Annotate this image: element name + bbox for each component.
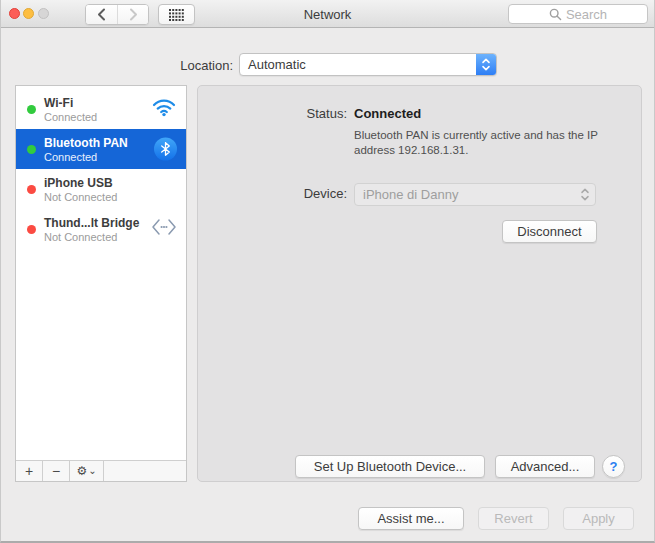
apply-button[interactable]: Apply bbox=[563, 507, 634, 530]
device-select[interactable]: iPhone di Danny bbox=[354, 183, 596, 206]
bluetooth-icon bbox=[154, 138, 177, 161]
sidebar-toolbar: + − ⚙⌄ bbox=[16, 460, 186, 481]
interface-list: Wi-Fi Connected Bluetooth PAN Connec bbox=[15, 85, 187, 482]
advanced-button[interactable]: Advanced... bbox=[495, 455, 595, 478]
interface-status: Connected bbox=[44, 151, 128, 163]
stepper-icon bbox=[476, 54, 496, 75]
search-placeholder: Search bbox=[566, 7, 607, 22]
device-label: Device: bbox=[198, 186, 347, 201]
interface-status: Not Connected bbox=[44, 191, 117, 203]
status-dot-not-connected bbox=[27, 185, 36, 194]
interface-name: Bluetooth PAN bbox=[44, 136, 128, 150]
help-button[interactable]: ? bbox=[602, 455, 625, 478]
interface-row-bluetooth-pan[interactable]: Bluetooth PAN Connected bbox=[16, 129, 186, 169]
status-description: Bluetooth PAN is currently active and ha… bbox=[354, 128, 616, 158]
add-interface-button[interactable]: + bbox=[16, 461, 43, 481]
interface-row-iphone-usb[interactable]: iPhone USB Not Connected bbox=[16, 169, 186, 209]
interface-name: iPhone USB bbox=[44, 176, 117, 190]
actions-menu-button[interactable]: ⚙⌄ bbox=[70, 461, 104, 481]
disconnect-button[interactable]: Disconnect bbox=[502, 220, 597, 243]
remove-interface-button[interactable]: − bbox=[43, 461, 70, 481]
thunderbolt-bridge-icon bbox=[151, 218, 177, 240]
interface-row-thunderbolt-bridge[interactable]: Thund...lt Bridge Not Connected bbox=[16, 209, 186, 249]
status-dot-not-connected bbox=[27, 225, 36, 234]
interface-name: Thund...lt Bridge bbox=[44, 216, 139, 230]
location-label: Location: bbox=[1, 58, 233, 73]
interface-status: Connected bbox=[44, 111, 97, 123]
assist-me-button[interactable]: Assist me... bbox=[358, 507, 464, 530]
search-input[interactable]: Search bbox=[508, 4, 648, 24]
interface-row-wifi[interactable]: Wi-Fi Connected bbox=[16, 89, 186, 129]
status-dot-connected bbox=[27, 145, 36, 154]
location-value: Automatic bbox=[248, 57, 306, 72]
gear-icon: ⚙ bbox=[76, 465, 87, 477]
interface-status: Not Connected bbox=[44, 231, 139, 243]
device-value: iPhone di Danny bbox=[363, 187, 458, 202]
revert-button[interactable]: Revert bbox=[478, 507, 549, 530]
status-label: Status: bbox=[198, 106, 347, 121]
location-select[interactable]: Automatic bbox=[239, 53, 497, 76]
setup-bluetooth-button[interactable]: Set Up Bluetooth Device... bbox=[295, 455, 485, 478]
status-dot-connected bbox=[27, 105, 36, 114]
status-value: Connected bbox=[354, 106, 421, 121]
detail-panel: Status: Connected Bluetooth PAN is curre… bbox=[197, 85, 642, 482]
stepper-icon-disabled bbox=[575, 184, 595, 205]
network-preferences-window: Network Search Location: Automatic Wi-Fi… bbox=[0, 0, 655, 543]
interface-name: Wi-Fi bbox=[44, 96, 97, 110]
search-icon bbox=[549, 8, 562, 21]
chevron-down-icon: ⌄ bbox=[88, 466, 96, 476]
wifi-icon bbox=[151, 97, 177, 121]
titlebar: Network Search bbox=[1, 0, 654, 28]
